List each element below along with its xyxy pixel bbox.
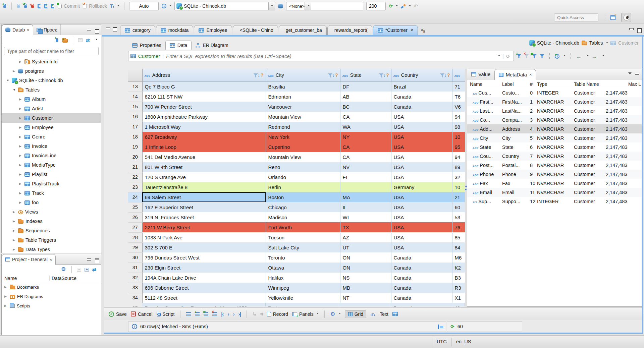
cell-city[interactable]: Cupertino (266, 142, 340, 152)
expand-arrow-icon[interactable] (19, 163, 23, 167)
filter-history-icon[interactable] (498, 55, 500, 57)
text-view-button[interactable]: Text (370, 311, 388, 317)
table-row[interactable]: 20 541 Del Medio Avenue Mountain View CA… (128, 152, 465, 162)
tab-projects[interactable]: Проек (33, 24, 61, 35)
transaction-history-button[interactable] (162, 4, 171, 8)
tree-item[interactable]: System Info (2, 57, 101, 66)
row-number[interactable]: 20 (128, 152, 142, 162)
tree-item[interactable]: Customer (2, 113, 101, 123)
breadcrumb-connection[interactable]: SQLite - Chinook.db (537, 40, 579, 46)
sort-icon[interactable] (444, 72, 446, 78)
row-number[interactable]: 15 (128, 102, 142, 112)
cell-postal[interactable]: 95 (452, 142, 465, 152)
close-icon[interactable]: × (529, 72, 532, 77)
sql-filter-input[interactable] (166, 53, 495, 59)
maximize-icon[interactable] (637, 28, 641, 32)
breadcrumb-entity[interactable]: Customer (618, 40, 639, 46)
table-row[interactable]: Post... Postal... 8 NVARCHAR Customer 2,… (467, 161, 642, 170)
table-row[interactable]: State State 6 NVARCHAR Customer 2,147,48… (467, 142, 642, 152)
cell-city[interactable]: Winnipeg (266, 283, 340, 293)
cell-postal[interactable]: X1 (452, 293, 465, 303)
cell-city[interactable]: Toronto (266, 252, 340, 263)
remove-filter-icon[interactable] (524, 54, 529, 59)
add-row-icon[interactable] (195, 312, 200, 316)
save-button[interactable]: Save (109, 311, 127, 317)
reconnect-icon[interactable] (23, 4, 28, 8)
cell-postal[interactable]: 60 (452, 202, 465, 212)
cell-city[interactable]: Madison (266, 212, 340, 222)
expand-arrow-icon[interactable] (13, 238, 16, 242)
cell-address[interactable]: 1 Infinite Loop (142, 142, 266, 152)
cell-state[interactable]: IL (340, 202, 391, 212)
expand-arrow-icon[interactable] (19, 201, 23, 204)
close-icon[interactable]: × (50, 257, 52, 262)
expand-arrow-icon[interactable] (4, 285, 8, 289)
cell-postal[interactable]: R3 (452, 283, 465, 293)
collapse-all-icon[interactable] (78, 38, 83, 42)
cell-city[interactable]: Redmond (266, 122, 340, 132)
row-number[interactable]: 23 (128, 182, 142, 192)
cell-country[interactable]: USA (391, 142, 452, 152)
cell-state[interactable]: MA (340, 192, 391, 202)
cell-state[interactable]: NS (340, 273, 391, 283)
maximize-icon[interactable] (95, 29, 99, 32)
zoom-cell-icon[interactable]: ⌗ (260, 311, 263, 317)
table-row[interactable]: 21 801 W 4th Street Reno NV USA 89 (128, 162, 465, 172)
table-row[interactable]: 23 Tauentzienstraße 8 Berlin Germany 10 (128, 182, 465, 192)
cell-city[interactable]: New York (266, 132, 340, 142)
table-row[interactable]: 28 1033 N Park Ave Tucson AZ USA 85 (128, 232, 465, 242)
save-filter-icon[interactable] (532, 54, 537, 59)
tab-metadata[interactable]: MetaData × (494, 69, 536, 80)
cell-postal[interactable]: 94 (452, 112, 465, 122)
cell-state[interactable]: ON (340, 252, 391, 263)
cell-country[interactable]: USA (391, 222, 452, 232)
cell-address[interactable]: 627 Broadway (142, 132, 266, 142)
tree-item[interactable]: Track (2, 188, 101, 198)
row-number[interactable]: 31 (128, 263, 142, 273)
table-row[interactable]: 32 194A Chain Lake Drive Halifax NS Cana… (128, 273, 465, 283)
cell-address[interactable]: 194A Chain Lake Drive (142, 273, 266, 283)
cell-address[interactable]: 796 Dundas Street West (142, 252, 266, 263)
expand-all-icon[interactable] (85, 268, 89, 272)
minimize-icon[interactable] (629, 28, 633, 32)
cell-country[interactable]: Germany (391, 182, 452, 192)
column-header-state[interactable]: State (340, 69, 391, 81)
custom-filter-icon[interactable] (540, 54, 544, 59)
row-number[interactable]: 34 (128, 293, 142, 303)
cell-state[interactable]: FL (340, 172, 391, 182)
table-row[interactable]: 27 2211 W Berry Street Fort Worth TX USA… (128, 222, 465, 232)
list-item[interactable]: Scripts (2, 301, 101, 310)
cell-country[interactable]: USA (391, 152, 452, 162)
editor-tab[interactable]: Employee × (194, 25, 232, 35)
row-number[interactable]: 29 (128, 242, 142, 252)
table-row[interactable]: Last... LastNa... 2 NVARCHAR Customer 2,… (467, 106, 642, 115)
commit-button[interactable]: Commit (58, 3, 80, 9)
minimize-icon[interactable] (87, 29, 91, 32)
cell-country[interactable]: Canada (391, 102, 452, 112)
expand-arrow-icon[interactable] (6, 79, 10, 82)
new-sql-editor-icon[interactable] (51, 4, 55, 8)
table-row[interactable]: 19 1 Infinite Loop Cupertino CA USA 95 (128, 142, 465, 152)
column-header-datasource[interactable]: DataSource (49, 276, 101, 281)
chevron-down-icon[interactable] (564, 55, 566, 57)
cell-city[interactable]: Brasília (266, 81, 340, 92)
next-row-button[interactable]: › (233, 311, 234, 317)
cell-country[interactable]: USA (391, 232, 452, 242)
cell-postal[interactable]: 85 (452, 232, 465, 242)
link-with-editor-icon[interactable] (86, 38, 91, 43)
sort-icon[interactable] (383, 72, 385, 78)
edit-row-icon[interactable] (186, 312, 191, 316)
gear-icon[interactable] (61, 267, 66, 272)
tree-item[interactable]: foo (2, 198, 101, 207)
cell-address[interactable]: 541 Del Medio Avenue (142, 152, 266, 162)
result-tab[interactable]: ER Diagram (192, 41, 232, 50)
cell-address[interactable]: 1600 Amphitheatre Parkway (142, 112, 266, 122)
chevron-down-icon[interactable] (602, 55, 604, 57)
column-header-table-name[interactable]: Table Name (573, 80, 604, 88)
table-row[interactable]: Cou... Country 7 NVARCHAR Customer 2,147… (467, 152, 642, 161)
tree-item[interactable]: postgres (2, 66, 101, 76)
cell-postal[interactable]: 53 (452, 212, 465, 222)
cell-country[interactable]: Canada (391, 273, 452, 283)
chevron-down-icon[interactable] (587, 55, 589, 57)
tab-database-navigator[interactable]: Datab × (2, 24, 33, 35)
